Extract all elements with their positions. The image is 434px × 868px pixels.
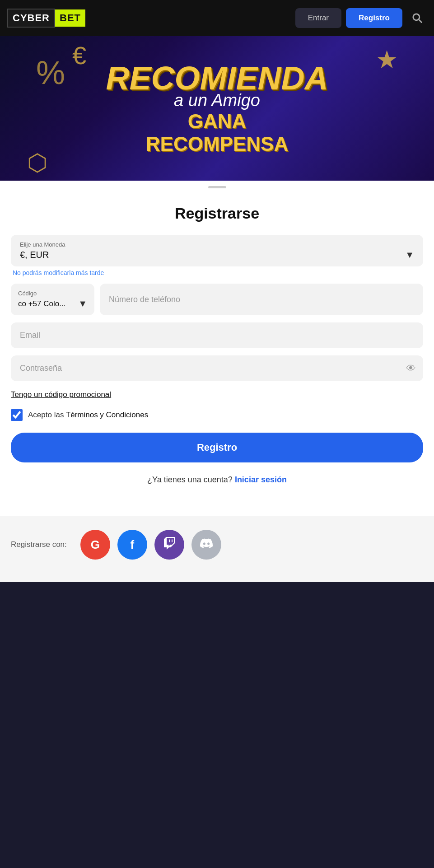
terms-label: Acepto las Términos y Condiciones: [28, 411, 148, 420]
currency-select[interactable]: Elije una Moneda €, EUR ▼: [11, 235, 423, 266]
banner-recompensa: RECOMPENSA: [106, 133, 328, 155]
google-icon: G: [91, 538, 100, 552]
toggle-password-button[interactable]: 👁: [406, 363, 416, 374]
chevron-down-icon: ▼: [405, 250, 414, 260]
terms-link[interactable]: Términos y Condiciones: [66, 411, 148, 419]
header: CYBER BET Entrar Registro: [0, 0, 434, 36]
phone-code-value: co +57 Colo...: [18, 299, 65, 308]
register-header-button[interactable]: Registro: [346, 8, 402, 28]
promo-code-link[interactable]: Tengo un código promocional: [11, 390, 423, 399]
banner-star-decor: ★: [376, 45, 398, 74]
facebook-login-button[interactable]: f: [117, 530, 147, 560]
discord-icon: [200, 537, 213, 553]
phone-code-select[interactable]: Código co +57 Colo... ▼: [11, 284, 94, 315]
currency-row: €, EUR ▼: [20, 250, 414, 260]
phone-code-label: Código: [18, 290, 87, 297]
currency-value: €, EUR: [20, 250, 49, 260]
banner-euro-decor: €: [72, 41, 86, 70]
already-account-text: ¿Ya tienes una cuenta? Iniciar sesión: [11, 475, 423, 485]
banner-title: RECOMIENDA: [106, 62, 328, 94]
form-title: Registrarse: [11, 205, 423, 222]
slide-dot: [208, 186, 226, 188]
phone-code-row: co +57 Colo... ▼: [18, 299, 87, 309]
password-input[interactable]: [11, 355, 423, 381]
social-label: Registrarse con:: [11, 540, 67, 549]
banner-percent-decor: %: [36, 54, 65, 91]
logo-cyber: CYBER: [7, 9, 55, 28]
registration-form-container: Registrarse Elije una Moneda €, EUR ▼ No…: [0, 191, 434, 516]
password-field-wrapper: 👁: [11, 355, 423, 381]
currency-label: Elije una Moneda: [20, 241, 414, 248]
eye-icon: 👁: [406, 363, 416, 374]
banner-coin-decor: ⬡: [27, 149, 47, 176]
search-icon: [411, 11, 423, 24]
header-actions: Entrar Registro: [295, 8, 427, 29]
login-button[interactable]: Entrar: [295, 8, 341, 28]
social-login-section: Registrarse con: G f: [0, 516, 434, 582]
currency-hint: No podrás modificarla más tarde: [13, 269, 423, 276]
facebook-icon: f: [130, 538, 134, 552]
slide-indicator: [0, 181, 434, 191]
phone-number-input[interactable]: [100, 284, 423, 315]
discord-login-button[interactable]: [191, 530, 221, 560]
phone-row: Código co +57 Colo... ▼: [11, 284, 423, 315]
twitch-icon: [163, 537, 176, 553]
register-button[interactable]: Registro: [11, 433, 423, 462]
terms-checkbox-row: Acepto las Términos y Condiciones: [11, 409, 423, 421]
logo-bet: BET: [55, 9, 85, 27]
email-input[interactable]: [11, 322, 423, 348]
currency-field-group: Elije una Moneda €, EUR ▼ No podrás modi…: [11, 235, 423, 276]
terms-checkbox[interactable]: [11, 409, 23, 421]
phone-chevron-icon: ▼: [78, 299, 87, 309]
logo: CYBER BET: [7, 9, 85, 28]
banner-gana: GANA: [106, 110, 328, 133]
login-link[interactable]: Iniciar sesión: [235, 475, 287, 484]
twitch-login-button[interactable]: [154, 530, 184, 560]
google-login-button[interactable]: G: [80, 530, 110, 560]
promotional-banner: % € ★ ⬡ RECOMIENDA a un Amigo GANA RECOM…: [0, 36, 434, 181]
banner-text: RECOMIENDA a un Amigo GANA RECOMPENSA: [106, 62, 328, 155]
search-button[interactable]: [407, 8, 427, 29]
social-icons-group: G f: [80, 530, 221, 560]
